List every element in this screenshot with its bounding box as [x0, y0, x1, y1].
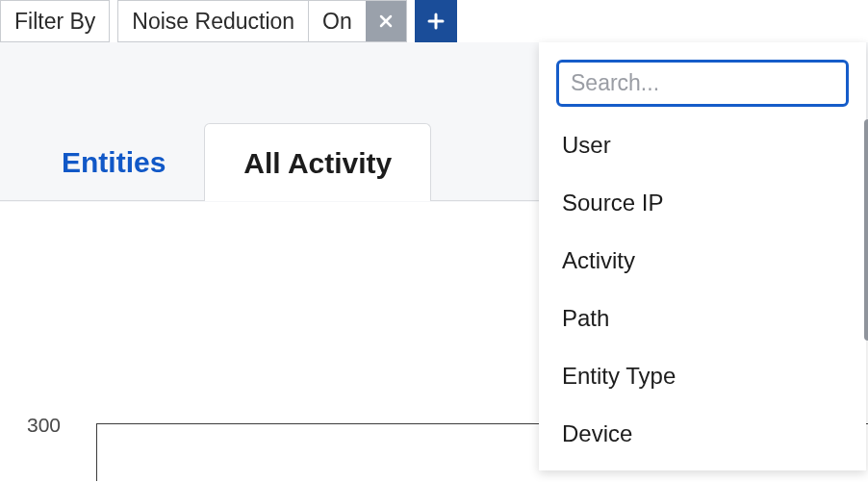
filter-chip-name-text: Noise Reduction	[132, 9, 294, 35]
dropdown-search-wrap	[539, 60, 866, 116]
dropdown-item-source-ip[interactable]: Source IP	[539, 174, 866, 232]
filter-bar: Filter By Noise Reduction On	[0, 0, 868, 42]
search-input[interactable]	[556, 60, 849, 107]
filter-chip-value[interactable]: On	[309, 1, 366, 41]
dropdown-item-user[interactable]: User	[539, 116, 866, 174]
y-axis-tick-300: 300	[27, 414, 61, 437]
dropdown-item-label: Source IP	[562, 190, 663, 216]
filter-chip-name[interactable]: Noise Reduction	[118, 1, 309, 41]
dropdown-item-activity[interactable]: Activity	[539, 232, 866, 290]
dropdown-item-path[interactable]: Path	[539, 290, 866, 347]
plus-icon	[424, 10, 447, 33]
filter-by-text: Filter By	[14, 9, 95, 35]
dropdown-item-label: Activity	[562, 247, 635, 273]
add-filter-button[interactable]	[415, 0, 457, 42]
dropdown-item-entity-type[interactable]: Entity Type	[539, 347, 866, 405]
dropdown-item-label: User	[562, 132, 611, 158]
filter-chip-noise-reduction: Noise Reduction On	[117, 0, 406, 42]
tab-entities[interactable]: Entities	[23, 123, 204, 200]
scrollbar[interactable]	[864, 119, 868, 341]
tab-all-activity-label: All Activity	[243, 147, 392, 179]
dropdown-item-device[interactable]: Device	[539, 405, 866, 463]
dropdown-item-label: Path	[562, 305, 609, 331]
filter-dropdown: User Source IP Activity Path Entity Type…	[539, 42, 866, 470]
dropdown-item-label: Device	[562, 420, 632, 446]
tab-all-activity[interactable]: All Activity	[204, 123, 431, 201]
close-icon[interactable]	[366, 1, 406, 41]
filter-chip-value-text: On	[322, 9, 352, 35]
filter-by-label: Filter By	[0, 0, 110, 42]
dropdown-item-label: Entity Type	[562, 363, 676, 389]
tab-entities-label: Entities	[62, 146, 166, 178]
